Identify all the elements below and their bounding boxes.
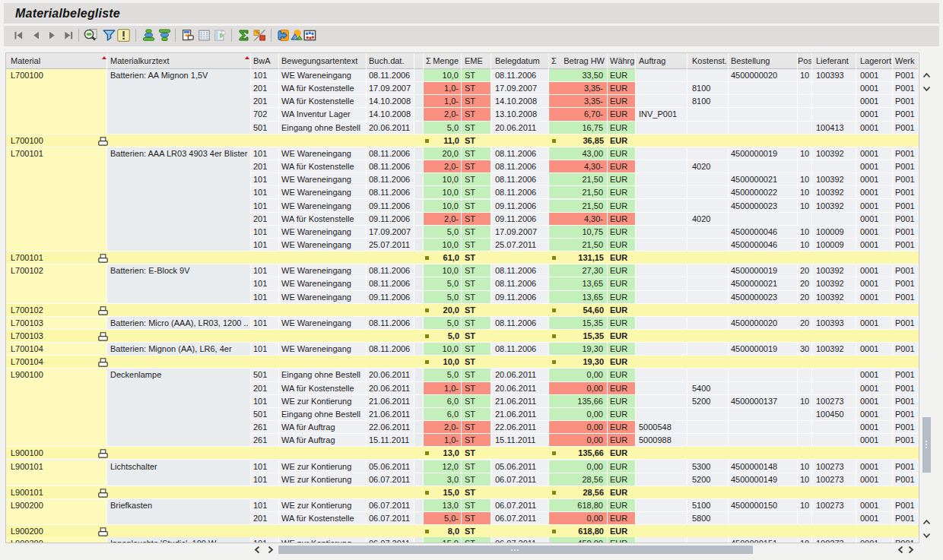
svg-text:%: % <box>255 30 259 35</box>
